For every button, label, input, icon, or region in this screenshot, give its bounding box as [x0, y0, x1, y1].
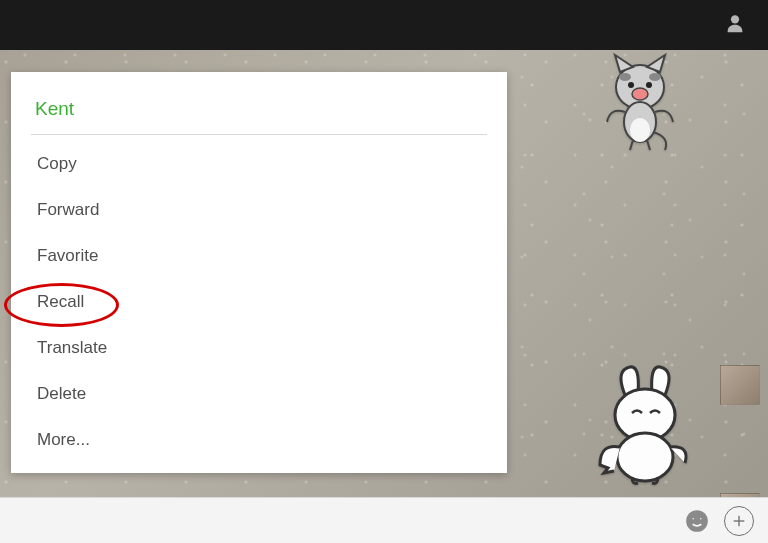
svg-point-8 — [630, 118, 650, 142]
emoji-icon[interactable] — [682, 506, 712, 536]
profile-icon[interactable] — [724, 12, 746, 38]
svg-point-0 — [731, 15, 739, 23]
menu-items: Copy Forward Favorite Recall Translate D… — [11, 141, 507, 473]
svg-point-4 — [628, 82, 634, 88]
menu-item-translate[interactable]: Translate — [11, 325, 507, 371]
svg-point-5 — [646, 82, 652, 88]
plus-icon[interactable] — [724, 506, 754, 536]
menu-item-forward[interactable]: Forward — [11, 187, 507, 233]
svg-point-10 — [617, 433, 673, 481]
header-bar — [0, 0, 768, 50]
menu-item-favorite[interactable]: Favorite — [11, 233, 507, 279]
svg-point-3 — [649, 73, 661, 81]
svg-point-13 — [699, 517, 702, 520]
rabbit-sticker-icon[interactable] — [590, 365, 700, 485]
svg-point-11 — [686, 510, 708, 532]
svg-point-12 — [692, 517, 695, 520]
context-menu: Kent Copy Forward Favorite Recall Transl… — [11, 72, 507, 473]
menu-item-delete[interactable]: Delete — [11, 371, 507, 417]
avatar[interactable] — [720, 365, 760, 405]
svg-point-2 — [619, 73, 631, 81]
input-toolbar — [0, 497, 768, 543]
svg-point-6 — [632, 88, 648, 100]
menu-divider — [31, 134, 487, 135]
menu-item-copy[interactable]: Copy — [11, 141, 507, 187]
menu-title: Kent — [11, 72, 507, 134]
cat-sticker-icon[interactable] — [595, 52, 685, 152]
menu-item-recall[interactable]: Recall — [11, 279, 507, 325]
menu-item-more[interactable]: More... — [11, 417, 507, 463]
